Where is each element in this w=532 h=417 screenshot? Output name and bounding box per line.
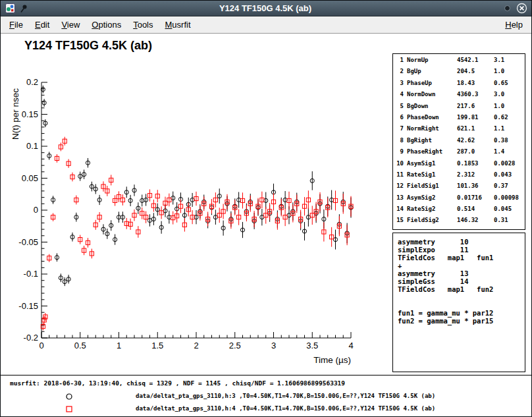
menubar: FileEditViewOptionsToolsMusrfitHelp xyxy=(1,16,531,34)
parameter-box: 1NormUp4542.13.12BgUp204.51.03PhaseUp18.… xyxy=(392,53,525,230)
param-phasedown-p-no: 6 xyxy=(396,114,407,125)
close-icon[interactable] xyxy=(516,3,527,14)
param-ratesig1-p-name: RateSig1 xyxy=(407,171,457,182)
theory-line: fun1 = gamma_mu * par12 xyxy=(398,309,525,317)
param-bgup-p-val: 204.5 xyxy=(457,68,494,79)
menu-item-file[interactable]: File xyxy=(3,17,29,32)
param-normup-p-err: 3.1 xyxy=(494,57,523,68)
param-fieldsig1-p-no: 12 xyxy=(396,182,407,194)
param-normup-p-name: NormUp xyxy=(407,57,457,68)
param-phaseright-p-name: PhaseRight xyxy=(407,148,457,159)
theory-line: asymmetry 10 xyxy=(398,238,525,246)
param-normup-p-val: 4542.1 xyxy=(457,57,494,68)
param-phasedown-p-name: PhaseDown xyxy=(407,114,457,125)
svg-text:0.5: 0.5 xyxy=(74,341,86,350)
pin-icon[interactable] xyxy=(18,3,29,14)
param-phasedown-p-err: 0.62 xyxy=(494,114,523,125)
svg-text:2: 2 xyxy=(194,341,198,350)
param-asymsig1-p-no: 10 xyxy=(396,160,407,171)
param-normright-p-err: 1.1 xyxy=(494,125,523,136)
svg-text:1.5: 1.5 xyxy=(151,341,163,350)
param-normright-p-no: 7 xyxy=(396,125,407,136)
svg-text:0: 0 xyxy=(34,205,38,215)
svg-text:-0.05: -0.05 xyxy=(18,237,38,247)
param-phaseright-p-val: 287.0 xyxy=(457,148,494,159)
param-asymsig1-p-val: 0.1853 xyxy=(457,160,494,171)
titlebar: Y124 TF150G 4.5K (ab) xyxy=(1,1,531,16)
theory-line: fun2 = gamma_mu * par15 xyxy=(398,317,525,325)
param-bgright-p-val: 42.62 xyxy=(457,137,494,148)
param-phaseup-p-val: 18.43 xyxy=(457,80,494,91)
svg-text:2.5: 2.5 xyxy=(229,341,241,350)
menu-item-view[interactable]: View xyxy=(55,17,86,32)
plot-title: Y124 TF150G 4.5K (ab) xyxy=(24,39,152,53)
param-normdown-p-val: 4360.3 xyxy=(457,91,494,102)
musr-plot-svg: 00.511.522.533.54-0.2-0.15-0.1-0.0500.05… xyxy=(9,72,375,375)
legend-row-1: data/deltat_pta_gps_3110,h:3 ,T0=4.50K,T… xyxy=(1,389,531,402)
theory-line xyxy=(398,293,525,301)
menu-item-help[interactable]: Help xyxy=(499,17,529,32)
param-phaseright-p-no: 9 xyxy=(396,148,407,159)
param-bgdown-p-no: 5 xyxy=(396,103,407,114)
param-fieldsig2-p-val: 146.32 xyxy=(457,217,494,228)
window-menu-dot-icon[interactable] xyxy=(502,3,513,14)
plot-legend: data/deltat_pta_gps_3110,h:3 ,T0=4.50K,T… xyxy=(1,389,531,414)
footer-divider xyxy=(1,375,531,375)
legend-label-2: data/deltat_pta_gps_3110,h:4 ,T0=4.50K,T… xyxy=(136,405,435,412)
plot-canvas: Y124 TF150G 4.5K (ab) 00.511.522.533.54-… xyxy=(1,34,531,416)
param-normup-p-no: 1 xyxy=(396,57,407,68)
param-ratesig1-p-no: 11 xyxy=(396,171,407,182)
svg-text:-0.2: -0.2 xyxy=(24,333,38,343)
param-ratesig1-p-val: 2.312 xyxy=(457,171,494,182)
legend-row-2: data/deltat_pta_gps_3110,h:4 ,T0=4.50K,T… xyxy=(1,402,531,414)
app-icon xyxy=(5,3,15,14)
param-bgdown-p-name: BgDown xyxy=(407,103,457,114)
svg-text:-0.15: -0.15 xyxy=(18,301,38,311)
param-bgup-p-err: 1.0 xyxy=(494,68,523,79)
parameter-table: 1NormUp4542.13.12BgUp204.51.03PhaseUp18.… xyxy=(396,57,523,229)
theory-line xyxy=(398,301,525,309)
menu-item-edit[interactable]: Edit xyxy=(29,17,55,32)
param-normdown-p-err: 3.0 xyxy=(494,91,523,102)
param-phaseright-p-err: 1.4 xyxy=(494,148,523,159)
param-fieldsig2-p-name: FieldSig2 xyxy=(407,217,457,228)
param-fieldsig1-p-name: FieldSig1 xyxy=(407,182,457,194)
param-phaseup-p-name: PhaseUp xyxy=(407,80,457,91)
svg-text:-0.1: -0.1 xyxy=(24,269,38,279)
param-asymsig2-p-err: 0.00098 xyxy=(494,194,523,206)
theory-line: simpleGss 14 xyxy=(398,277,525,285)
param-normright-p-val: 621.1 xyxy=(457,125,494,136)
param-bgright-p-name: BgRight xyxy=(407,137,457,148)
svg-text:0.2: 0.2 xyxy=(26,77,38,87)
param-asymsig2-p-val: 0.01716 xyxy=(457,194,494,206)
param-bgup-p-no: 2 xyxy=(396,68,407,79)
musrview-window: Y124 TF150G 4.5K (ab) FileEditViewOption… xyxy=(0,0,532,417)
param-ratesig2-p-val: 0.514 xyxy=(457,206,494,217)
svg-text:3.5: 3.5 xyxy=(306,341,318,350)
svg-text:4: 4 xyxy=(348,341,353,350)
param-ratesig2-p-name: RateSig2 xyxy=(407,206,457,217)
menu-item-tools[interactable]: Tools xyxy=(127,17,159,32)
param-bgdown-p-err: 1.0 xyxy=(494,103,523,114)
param-asymsig1-p-name: AsymSig1 xyxy=(407,160,457,171)
svg-text:0.1: 0.1 xyxy=(26,141,38,151)
fit-status-text: musrfit: 2018-06-30, 13:19:40, chisq = 1… xyxy=(10,379,345,387)
theory-line: simplExpo 11 xyxy=(398,246,525,254)
param-normright-p-name: NormRight xyxy=(407,125,457,136)
param-asymsig2-p-no: 13 xyxy=(396,194,407,206)
param-bgright-p-no: 8 xyxy=(396,137,407,148)
param-asymsig1-p-err: 0.0028 xyxy=(494,160,523,171)
param-fieldsig2-p-err: 0.31 xyxy=(494,217,523,228)
param-normdown-p-no: 4 xyxy=(396,91,407,102)
param-ratesig2-p-err: 0.045 xyxy=(494,206,523,217)
theory-line: + xyxy=(398,262,525,269)
param-fieldsig1-p-err: 0.37 xyxy=(494,182,523,194)
theory-line: asymmetry 13 xyxy=(398,269,525,277)
theory-box: asymmetry 10simplExpo 11TFieldCos map1 f… xyxy=(392,233,525,372)
param-normdown-p-name: NormDown xyxy=(407,91,457,102)
svg-text:0: 0 xyxy=(39,341,43,350)
menu-item-options[interactable]: Options xyxy=(86,17,127,32)
menu-item-musrfit[interactable]: Musrfit xyxy=(159,17,197,32)
svg-text:Time (µs): Time (µs) xyxy=(313,355,351,365)
param-ratesig2-p-no: 14 xyxy=(396,206,407,217)
